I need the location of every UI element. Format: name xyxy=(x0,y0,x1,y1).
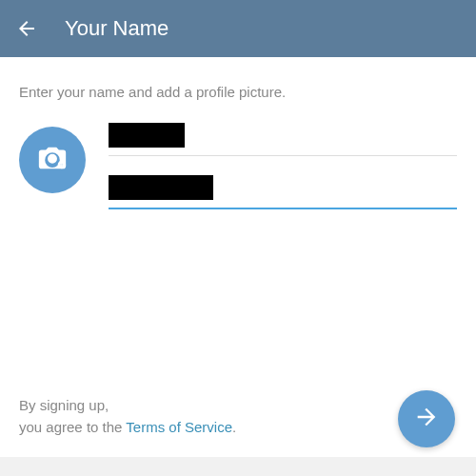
add-photo-button[interactable] xyxy=(19,127,86,193)
header: Your Name xyxy=(0,0,476,57)
back-icon[interactable] xyxy=(15,17,38,40)
profile-row xyxy=(19,123,457,228)
redaction xyxy=(109,123,185,148)
first-name-wrapper xyxy=(109,123,457,156)
camera-icon xyxy=(36,142,69,178)
footer-line1: By signing up, xyxy=(19,397,109,413)
instruction-text: Enter your name and add a profile pictur… xyxy=(19,84,457,100)
continue-button[interactable] xyxy=(398,390,455,447)
last-name-wrapper xyxy=(109,175,457,209)
bottom-strip xyxy=(0,457,476,476)
arrow-right-icon xyxy=(413,404,440,434)
terms-of-service-link[interactable]: Terms of Service xyxy=(126,419,232,435)
name-fields xyxy=(109,123,457,228)
content: Enter your name and add a profile pictur… xyxy=(0,57,476,228)
page-title: Your Name xyxy=(65,16,169,41)
footer-line2-suffix: . xyxy=(232,419,236,435)
footer-text: By signing up, you agree to the Terms of… xyxy=(19,395,236,438)
redaction xyxy=(109,175,213,200)
footer-line2-prefix: you agree to the xyxy=(19,419,126,435)
